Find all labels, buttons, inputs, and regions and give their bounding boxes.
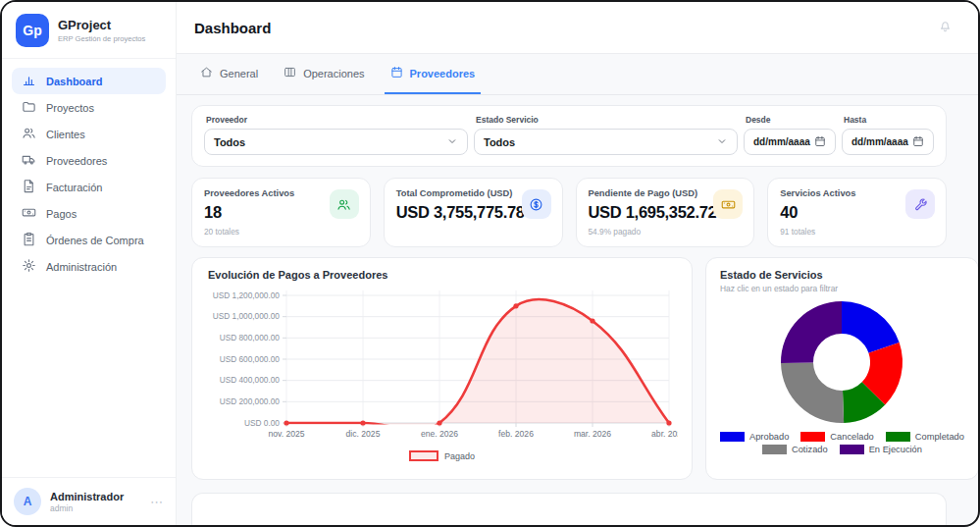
sidebar-item-dashboard[interactable]: Dashboard <box>12 68 166 94</box>
svg-text:USD 600,000.00: USD 600,000.00 <box>220 354 281 364</box>
sidebar-nav: DashboardProyectosClientesProveedoresFac… <box>2 59 176 477</box>
stats-row: Proveedores Activos1820 totalesTotal Com… <box>191 178 947 247</box>
desde-placeholder: dd/mm/aaaa <box>753 136 814 147</box>
filter-bar: Proveedor Todos Estado Servicio Todos De… <box>191 105 947 167</box>
tab-general[interactable]: General <box>194 54 264 94</box>
services-chart-legend: AprobadoCanceladoCompletadoCotizadoEn Ej… <box>720 429 964 454</box>
services-donut-chart <box>720 295 964 429</box>
sidebar-item-facturacion[interactable]: Facturación <box>12 174 166 200</box>
line-chart-svg: USD 1,200,000.00USD 1,000,000.00USD 800,… <box>208 286 678 445</box>
home-icon <box>200 66 213 80</box>
svg-text:USD 1,000,000.00: USD 1,000,000.00 <box>213 311 281 321</box>
dollar-icon <box>522 189 551 219</box>
donut-segment-aprobado[interactable] <box>842 301 900 353</box>
sidebar: Gp GProject ERP Gestión de proyectos Das… <box>2 2 177 525</box>
svg-text:USD 800,000.00: USD 800,000.00 <box>220 333 281 343</box>
estado-servicio-select[interactable]: Todos <box>474 129 738 155</box>
stat-card-proveedores-activos: Proveedores Activos1820 totales <box>191 178 371 247</box>
payments-chart-title: Evolución de Pagos a Proveedores <box>208 269 676 281</box>
users-icon <box>22 126 36 142</box>
proveedor-select-value: Todos <box>214 136 446 148</box>
legend-swatch <box>800 432 825 442</box>
tabbar: GeneralOperacionesProveedores <box>177 54 978 95</box>
hasta-placeholder: dd/mm/aaaa <box>851 136 912 147</box>
page-title: Dashboard <box>194 20 271 36</box>
sidebar-item-clientes[interactable]: Clientes <box>12 121 166 147</box>
tab-operaciones[interactable]: Operaciones <box>278 54 370 94</box>
legend-item-cancelado[interactable]: Cancelado <box>800 432 873 442</box>
app-name: GProject <box>58 18 145 32</box>
gear-icon <box>22 258 36 275</box>
svg-text:dic. 2025: dic. 2025 <box>346 429 381 439</box>
calendar-icon[interactable] <box>814 135 826 149</box>
brand: Gp GProject ERP Gestión de proyectos <box>2 2 176 59</box>
clipboard-icon <box>22 232 36 248</box>
donut-chart-svg <box>735 295 949 429</box>
pagado-legend-label: Pagado <box>444 451 475 461</box>
legend-item-cotizado[interactable]: Cotizado <box>762 445 828 454</box>
services-chart-title: Estado de Servicios <box>720 269 964 281</box>
svg-text:USD 400,000.00: USD 400,000.00 <box>220 375 281 385</box>
avatar: A <box>14 488 41 515</box>
estado-servicio-select-value: Todos <box>484 136 716 148</box>
services-chart-card: Estado de Servicios Haz clic en un estad… <box>705 257 978 480</box>
proveedor-filter-label: Proveedor <box>206 115 468 125</box>
stat-sub: 20 totales <box>204 227 358 237</box>
sidebar-item-proveedores[interactable]: Proveedores <box>12 147 166 174</box>
charts-row: Evolución de Pagos a Proveedores USD 1,2… <box>191 257 947 480</box>
estado-servicio-filter-label: Estado Servicio <box>476 115 738 125</box>
bar-chart-icon <box>22 73 36 89</box>
svg-text:USD 1,200,000.00: USD 1,200,000.00 <box>213 290 281 300</box>
donut-segment-cotizado[interactable] <box>781 363 844 423</box>
calendar-icon <box>390 66 403 80</box>
payments-line-chart: USD 1,200,000.00USD 1,000,000.00USD 800,… <box>208 286 676 448</box>
payments-chart-card: Evolución de Pagos a Proveedores USD 1,2… <box>191 257 693 480</box>
sidebar-item-pagos[interactable]: Pagos <box>12 200 166 227</box>
invoice-icon <box>22 179 36 195</box>
svg-text:abr. 2026: abr. 2026 <box>651 429 678 439</box>
calendar-icon[interactable] <box>912 135 924 149</box>
tab-proveedores[interactable]: Proveedores <box>385 54 482 94</box>
donut-legend-row: AprobadoCanceladoCompletado <box>720 432 964 442</box>
truck-icon <box>22 152 36 169</box>
donut-segment-en-ejecucion[interactable] <box>781 301 842 363</box>
sidebar-item-proyectos[interactable]: Proyectos <box>12 94 166 121</box>
user-menu-ellipsis-icon[interactable]: ⋯ <box>150 495 164 509</box>
svg-text:ene. 2026: ene. 2026 <box>421 429 458 439</box>
svg-text:USD 200,000.00: USD 200,000.00 <box>220 396 281 406</box>
legend-swatch <box>840 445 864 454</box>
proveedor-select[interactable]: Todos <box>204 129 468 155</box>
legend-swatch <box>720 432 745 442</box>
wrench-icon <box>905 189 935 219</box>
legend-item-completado[interactable]: Completado <box>886 432 964 442</box>
topbar: Dashboard <box>177 2 978 54</box>
donut-legend-row: CotizadoEn Ejecución <box>720 445 964 454</box>
legend-item-en-ejecucion[interactable]: En Ejecución <box>840 445 922 454</box>
folder-icon <box>22 99 36 116</box>
app-logo-icon: Gp <box>16 14 49 47</box>
users-icon <box>330 189 359 219</box>
notifications-bell-icon[interactable] <box>938 19 953 37</box>
stat-sub: 91 totales <box>780 227 934 237</box>
pagado-legend-swatch <box>409 450 438 461</box>
chevron-down-icon <box>446 135 458 149</box>
svg-text:USD 0.00: USD 0.00 <box>244 418 280 428</box>
next-section-card <box>191 493 947 525</box>
user-box[interactable]: A Administrador admin ⋯ <box>2 477 176 525</box>
svg-text:feb. 2026: feb. 2026 <box>498 429 534 439</box>
user-name: Administrador <box>50 491 124 502</box>
sidebar-item-administracion[interactable]: Administración <box>12 253 166 280</box>
legend-swatch <box>886 432 910 442</box>
user-role: admin <box>50 503 124 513</box>
svg-text:nov. 2025: nov. 2025 <box>268 429 304 439</box>
desde-filter-label: Desde <box>746 115 836 125</box>
desde-date-input[interactable]: dd/mm/aaaa <box>744 129 836 155</box>
stat-card-pendiente-de-pago-usd: Pendiente de Pago (USD)USD 1,695,352.725… <box>576 178 755 247</box>
legend-item-aprobado[interactable]: Aprobado <box>720 432 789 442</box>
sidebar-item-ordenes-de-compra[interactable]: Órdenes de Compra <box>12 227 166 253</box>
payments-chart-legend[interactable]: Pagado <box>208 450 676 461</box>
main: Dashboard GeneralOperacionesProveedores … <box>177 2 978 525</box>
content: Proveedor Todos Estado Servicio Todos De… <box>177 95 978 525</box>
hasta-date-input[interactable]: dd/mm/aaaa <box>842 129 934 155</box>
banknote-icon <box>713 189 743 219</box>
